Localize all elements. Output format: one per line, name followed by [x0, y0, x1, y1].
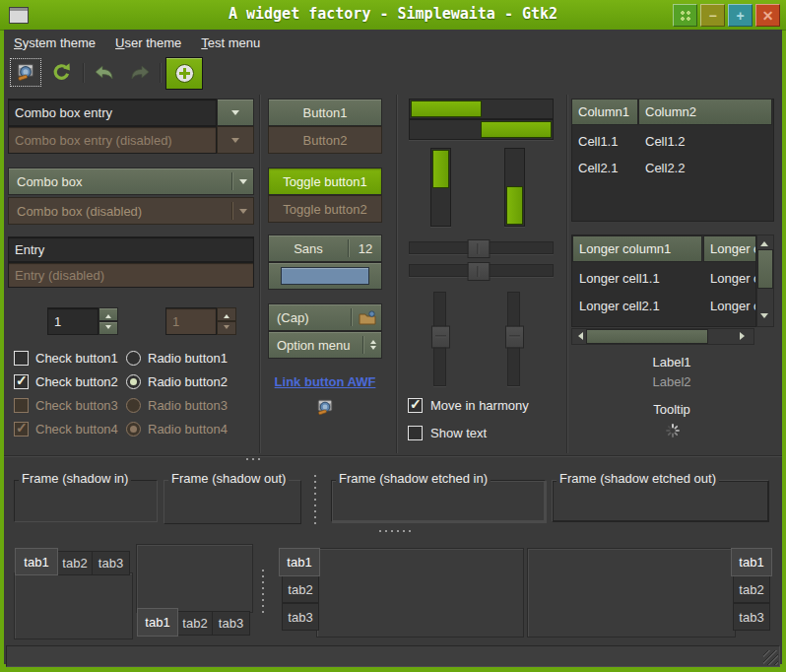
tree1-cell[interactable]: Cell2.2 — [645, 155, 685, 181]
tree1-header-column1[interactable]: Column1 — [571, 99, 638, 125]
window-menu-button[interactable] — [673, 4, 697, 27]
radio-radio-button2[interactable] — [126, 374, 141, 389]
paned-handle[interactable] — [246, 457, 260, 460]
tree2-header-longer-column2[interactable]: Longer column2 — [703, 235, 756, 262]
option-menu[interactable]: Option menu — [268, 331, 382, 359]
spinbutton-down-button[interactable] — [98, 321, 118, 335]
combo-box-entry-arrow-button[interactable] — [217, 99, 254, 126]
checkbox-show-text[interactable] — [408, 426, 423, 440]
redo-button[interactable] — [124, 58, 156, 87]
scale-handle[interactable] — [467, 262, 490, 281]
checkbox-check-button1[interactable] — [14, 351, 29, 366]
menu-system-theme[interactable]: System theme — [4, 32, 105, 54]
tree2-cell[interactable]: Longer cell1.2 — [710, 265, 756, 292]
tree2-cell[interactable]: Longer cell1.1 — [579, 265, 660, 292]
add-toggle-button[interactable] — [165, 57, 203, 90]
color-button[interactable] — [268, 262, 382, 290]
combo-box-entry-disabled-input: Combo box entry (disabled) — [8, 126, 217, 154]
menu-user-theme[interactable]: User theme — [105, 32, 191, 54]
checkbox-move-in-harmony[interactable] — [408, 398, 423, 413]
paned-handle[interactable] — [261, 570, 264, 613]
scale-handle[interactable] — [431, 326, 450, 349]
check-button4-label: Check button4 — [35, 419, 118, 438]
tree2-cell[interactable]: Longer cell2.2 — [710, 293, 756, 319]
notebook-right-tab3[interactable]: tab3 — [733, 603, 770, 631]
combo-box-entry-input[interactable]: Combo box entry — [8, 99, 217, 126]
vertical-scale-2[interactable] — [507, 292, 520, 386]
scrollbar-up-button[interactable] — [757, 235, 771, 248]
tree1-cell[interactable]: Cell1.2 — [645, 128, 685, 155]
titlebar[interactable]: A widget factory - Simplewaita - Gtk2 − … — [0, 0, 786, 31]
minimize-button[interactable]: − — [700, 4, 725, 27]
vertical-scale-1[interactable] — [433, 292, 446, 386]
font-button[interactable]: Sans 12 — [268, 235, 382, 262]
button1[interactable]: Button1 — [268, 99, 382, 126]
undo-button[interactable] — [89, 58, 120, 87]
frame-border — [14, 480, 158, 522]
close-button[interactable]: ✕ — [755, 4, 780, 27]
tree2-cell[interactable]: Longer cell3.2 — [710, 320, 756, 327]
vertical-scrollbar-thumb[interactable] — [757, 249, 773, 289]
pane-separator[interactable] — [259, 95, 261, 453]
tree1-header-column2[interactable]: Column2 — [638, 99, 772, 125]
radio-button1-label[interactable]: Radio button1 — [148, 348, 228, 368]
spinbutton-up-button[interactable] — [98, 307, 118, 321]
refresh-icon — [51, 62, 72, 83]
tree2-header-longer-column1[interactable]: Longer column1 — [572, 235, 702, 262]
open-folder-icon — [359, 310, 376, 325]
horizontal-scale-2[interactable] — [409, 264, 554, 277]
notebook-left-tab1[interactable]: tab1 — [279, 548, 320, 576]
cap-file-button[interactable]: (Cap) — [268, 303, 382, 331]
scrollbar-down-button[interactable] — [757, 311, 771, 324]
radio-radio-button1[interactable] — [126, 351, 141, 366]
paned-handle[interactable] — [379, 529, 413, 532]
entry-input[interactable]: Entry — [8, 236, 254, 262]
notebook-top-tab3[interactable]: tab3 — [92, 551, 130, 575]
notebook-right-tab1[interactable]: tab1 — [731, 548, 772, 576]
notebook-left-tab3[interactable]: tab3 — [282, 603, 319, 631]
toggle-button1-active[interactable]: Toggle button1 — [268, 168, 382, 195]
refresh-button[interactable] — [45, 58, 77, 87]
scrollbar-left-button[interactable] — [572, 329, 585, 342]
scrollbar-right-button[interactable] — [737, 329, 751, 342]
notebook-left-tab2[interactable]: tab2 — [282, 575, 319, 603]
combo-box[interactable]: Combo box — [8, 168, 254, 195]
treeview-2[interactable]: Longer column1 Longer column2 Longer cel… — [571, 235, 756, 327]
tree2-cell[interactable]: Longer cell2.1 — [579, 293, 660, 319]
radio-button4-label: Radio button4 — [148, 419, 228, 438]
menu-test-menu[interactable]: Test menu — [191, 32, 270, 54]
screenshot-tool-button[interactable] — [10, 58, 41, 87]
radio-radio-button4 — [126, 422, 141, 437]
undo-icon — [93, 64, 116, 82]
horizontal-scale-1[interactable] — [409, 241, 554, 254]
tree2-cell[interactable]: Longer cell3.1 — [579, 320, 660, 327]
check-button1-label[interactable]: Check button1 — [35, 348, 118, 368]
scale-handle[interactable] — [505, 326, 524, 349]
notebook-top-tab2[interactable]: tab2 — [57, 551, 93, 575]
arrow-down-icon — [105, 325, 111, 332]
notebook-bottom-tab3[interactable]: tab3 — [212, 611, 250, 636]
frame-border — [331, 480, 546, 522]
notebook-right-tab2[interactable]: tab2 — [733, 575, 770, 603]
radio-button2-label[interactable]: Radio button2 — [148, 371, 228, 391]
horizontal-scrollbar-thumb[interactable] — [586, 329, 708, 344]
pane-separator[interactable] — [396, 95, 398, 453]
checkbox-check-button2[interactable] — [14, 374, 29, 389]
notebook-bottom-tab2[interactable]: tab2 — [177, 611, 213, 636]
notebook-top-tab1[interactable]: tab1 — [15, 548, 58, 575]
paned-handle[interactable] — [313, 475, 316, 528]
show-text-label[interactable]: Show text — [430, 423, 487, 442]
arrow-left-icon — [574, 332, 583, 340]
notebook-bottom-tab1[interactable]: tab1 — [137, 608, 178, 637]
checkbox-check-button4 — [14, 422, 29, 437]
resize-grip[interactable] — [763, 650, 778, 665]
maximize-button[interactable]: + — [728, 4, 753, 27]
spinbutton-input[interactable]: 1 — [47, 307, 98, 335]
check-button2-label[interactable]: Check button2 — [35, 371, 118, 391]
link-button[interactable]: Link button AWF — [268, 374, 382, 389]
tree1-cell[interactable]: Cell1.1 — [578, 128, 618, 155]
move-in-harmony-label[interactable]: Move in harmony — [430, 395, 529, 415]
scale-handle[interactable] — [467, 239, 490, 258]
pane-separator[interactable] — [566, 95, 568, 453]
tree1-cell[interactable]: Cell2.1 — [578, 155, 618, 181]
